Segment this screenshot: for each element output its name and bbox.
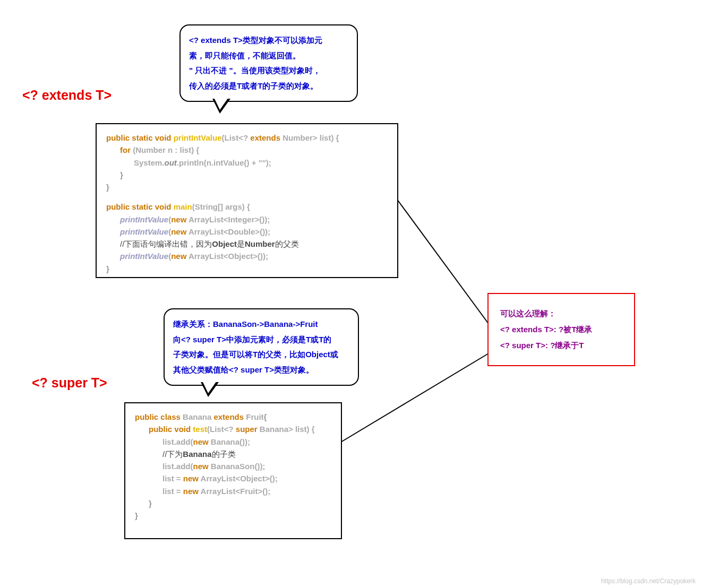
summary-line3: <? super T>: ?继承于T <box>500 338 622 353</box>
code-box-super: public class Banana extends Fruit{ publi… <box>124 402 342 539</box>
code2-line4: //下为Banana的子类 <box>135 448 331 460</box>
bubble2-line1: 继承关系：BananaSon->Banana->Fruit <box>173 317 349 332</box>
code1-line3: System.out.println(n.intValue() + ""); <box>106 157 388 169</box>
code1-line8: printIntValue(new ArrayList<Double>()); <box>106 226 388 238</box>
code2-line8: } <box>135 497 331 509</box>
code2-line7: list = new ArrayList<Fruit>(); <box>135 485 331 497</box>
code2-line1: public class Banana extends Fruit{ <box>135 411 331 423</box>
bubble2-line4: 其他父类赋值给<? super T>类型对象。 <box>173 362 349 378</box>
code1-line2: for (Number n : list) { <box>106 144 388 156</box>
bubble1-line4: 传入的必须是T或者T的子类的对象。 <box>189 79 348 94</box>
bubble2-line2: 向<? super T>中添加元素时，必须是T或T的 <box>173 332 349 348</box>
code1-line10: printIntValue(new ArrayList<Object>()); <box>106 250 388 262</box>
code2-line5: list.add(new BananaSon()); <box>135 460 331 472</box>
summary-line1: 可以这么理解： <box>500 306 622 322</box>
speech-bubble-extends: <? extends T>类型对象不可以添加元 素，即只能传值，不能返回值。 "… <box>179 24 358 102</box>
title-extends: <? extends T> <box>22 88 112 103</box>
code1-spacer <box>106 193 388 201</box>
code2-line6: list = new ArrayList<Object>(); <box>135 472 331 485</box>
code1-line9: //下面语句编译出错，因为Object是Number的父类 <box>106 238 388 250</box>
svg-line-0 <box>397 200 489 324</box>
watermark: https://blog.csdn.net/Crazypokerk <box>601 577 696 585</box>
bubble2-line3: 子类对象。但是可以将T的父类，比如Object或 <box>173 347 349 362</box>
code2-line2: public void test(List<? super Banana> li… <box>135 423 331 435</box>
bubble1-line2: 素，即只能传值，不能返回值。 <box>189 48 348 64</box>
summary-line2: <? extends T>: ?被T继承 <box>500 322 622 338</box>
svg-line-1 <box>341 353 489 442</box>
code-box-extends: public static void printIntValue(List<? … <box>96 123 398 278</box>
code1-line1: public static void printIntValue(List<? … <box>106 132 388 144</box>
code2-line3: list.add(new Banana()); <box>135 436 331 448</box>
code1-line5: } <box>106 181 388 193</box>
bubble1-line3: " 只出不进 "。当使用该类型对象时， <box>189 63 348 79</box>
speech-tail-1-inner <box>214 98 228 110</box>
code2-line9: } <box>135 509 331 522</box>
summary-box: 可以这么理解： <? extends T>: ?被T继承 <? super T>… <box>487 293 635 366</box>
bubble1-line1: <? extends T>类型对象不可以添加元 <box>189 33 348 48</box>
code1-line6: public static void main(String[] args) { <box>106 201 388 213</box>
code1-line7: printIntValue(new ArrayList<Integer>()); <box>106 213 388 226</box>
speech-tail-2-inner <box>202 381 217 393</box>
code1-line11: } <box>106 263 388 275</box>
title-super: <? super T> <box>32 375 107 391</box>
speech-bubble-super: 继承关系：BananaSon->Banana->Fruit 向<? super … <box>164 308 359 386</box>
code1-line4: } <box>106 169 388 181</box>
